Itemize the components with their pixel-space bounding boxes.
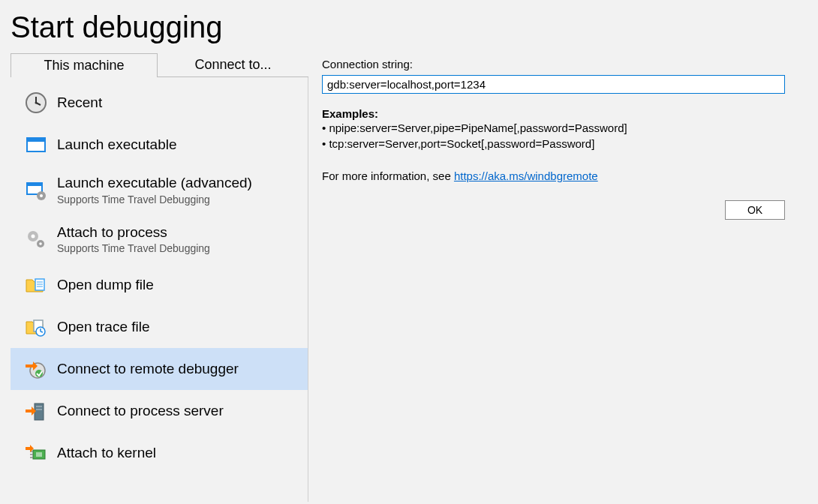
svg-rect-7 — [27, 183, 42, 186]
options-list: Recent Launch executable — [11, 77, 308, 502]
option-label: Attach to process — [57, 224, 210, 242]
option-launch-executable[interactable]: Launch executable — [11, 124, 308, 166]
left-panel: This machine Connect to... Recent — [11, 53, 308, 502]
option-open-trace-file[interactable]: Open trace file — [11, 306, 308, 348]
svg-rect-26 — [36, 409, 42, 410]
option-sublabel: Supports Time Travel Debugging — [57, 242, 210, 255]
ok-button[interactable]: OK — [725, 200, 785, 220]
option-label: Launch executable — [57, 136, 177, 154]
option-label: Attach to kernel — [57, 445, 156, 462]
example-line: • tcp:server=Server,port=Socket[,passwor… — [322, 136, 785, 152]
tab-bar: This machine Connect to... — [11, 53, 308, 77]
option-sublabel: Supports Time Travel Debugging — [57, 194, 252, 206]
gears-icon — [15, 227, 57, 251]
option-label: Launch executable (advanced) — [57, 175, 252, 192]
svg-point-11 — [32, 235, 35, 238]
svg-rect-28 — [36, 452, 42, 457]
connection-string-label: Connection string: — [322, 58, 785, 70]
option-connect-process-server[interactable]: Connect to process server — [11, 390, 308, 432]
globe-arrow-icon — [15, 357, 57, 381]
svg-rect-5 — [27, 138, 45, 142]
window-icon — [15, 133, 57, 157]
window-gear-icon — [15, 178, 57, 202]
svg-point-3 — [35, 102, 38, 104]
folder-file-icon — [15, 273, 57, 297]
option-label: Open dump file — [57, 277, 154, 294]
option-recent[interactable]: Recent — [11, 82, 308, 124]
detail-panel: Connection string: Examples: • npipe:ser… — [308, 53, 807, 220]
option-connect-remote-debugger[interactable]: Connect to remote debugger — [11, 348, 308, 390]
option-label: Connect to remote debugger — [57, 361, 239, 378]
example-line: • npipe:server=Server,pipe=PipeName[,pas… — [322, 120, 785, 136]
info-line: For more information, see https://aka.ms… — [322, 170, 785, 182]
tab-this-machine[interactable]: This machine — [11, 53, 158, 77]
connection-string-input[interactable] — [322, 75, 785, 94]
option-label: Connect to process server — [57, 403, 224, 420]
chip-arrow-icon — [15, 441, 57, 465]
option-attach-process[interactable]: Attach to process Supports Time Travel D… — [11, 215, 308, 265]
examples-heading: Examples: — [322, 107, 785, 120]
option-label: Recent — [57, 94, 102, 112]
option-attach-kernel[interactable]: Attach to kernel — [11, 432, 308, 474]
info-prefix: For more information, see — [322, 170, 454, 182]
option-label: Open trace file — [57, 319, 150, 336]
svg-rect-25 — [36, 406, 42, 407]
tab-connect-to[interactable]: Connect to... — [158, 53, 308, 77]
info-link[interactable]: https://aka.ms/windbgremote — [454, 170, 598, 182]
option-open-dump-file[interactable]: Open dump file — [11, 264, 308, 306]
svg-point-13 — [39, 243, 42, 246]
option-launch-executable-advanced[interactable]: Launch executable (advanced) Supports Ti… — [11, 166, 308, 215]
svg-line-21 — [41, 332, 43, 332]
page-title: Start debugging — [11, 10, 807, 44]
folder-clock-icon — [15, 315, 57, 339]
server-arrow-icon — [15, 399, 57, 423]
svg-point-9 — [40, 194, 43, 197]
clock-icon — [15, 91, 57, 115]
